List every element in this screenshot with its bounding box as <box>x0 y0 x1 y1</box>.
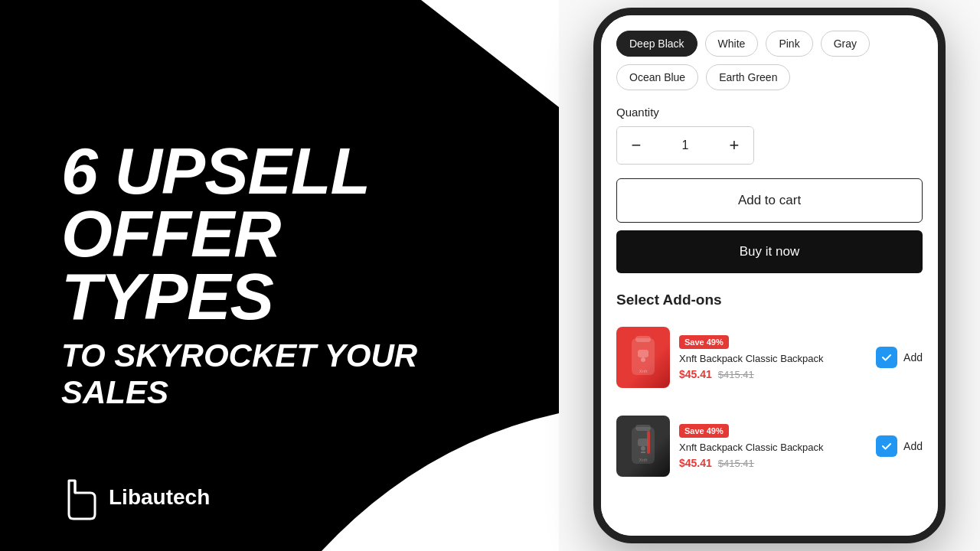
buy-now-button[interactable]: Buy it now <box>616 230 923 273</box>
addon-name-1: Xnft Backpack Classic Backpack <box>679 353 867 366</box>
left-panel: 6 UPSELL OFFER TYPES TO SKYROCKET YOUR S… <box>0 0 559 551</box>
addon-save-badge-1: Save 49% <box>679 335 729 349</box>
addon-right-2: Add <box>876 435 923 457</box>
color-deep-black[interactable]: Deep Black <box>616 31 697 57</box>
quantity-control: − 1 + <box>616 126 754 165</box>
svg-rect-11 <box>647 431 650 454</box>
svg-rect-8 <box>635 425 651 431</box>
quantity-label: Quantity <box>616 106 923 119</box>
svg-point-10 <box>641 446 645 451</box>
addon-add-label-1: Add <box>903 351 923 364</box>
addon-prices-2: $45.41 $415.41 <box>679 457 867 469</box>
addon-img-container-2: Xnft <box>616 416 670 477</box>
addon-add-label-2: Add <box>903 440 923 452</box>
color-white[interactable]: White <box>705 31 759 57</box>
headline-line1: 6 UPSELL <box>61 140 498 203</box>
logo-text: Libautech <box>109 485 210 510</box>
libautech-logo-icon <box>61 474 100 520</box>
color-options: Deep Black White Pink Gray Ocean Blue Ea… <box>616 31 923 90</box>
addon-info-2: Save 49% Xnft Backpack Classic Backpack … <box>679 423 867 470</box>
headline-line2: OFFER TYPES <box>61 203 498 328</box>
phone-screen[interactable]: Deep Black White Pink Gray Ocean Blue Ea… <box>601 15 938 536</box>
addon-price-new-2: $45.41 <box>679 457 712 469</box>
left-content: 6 UPSELL OFFER TYPES TO SKYROCKET YOUR S… <box>0 0 559 551</box>
addon-prices-1: $45.41 $415.41 <box>679 368 867 380</box>
addon-price-new-1: $45.41 <box>679 368 712 380</box>
addon-price-old-1: $415.41 <box>718 369 754 380</box>
addon-right-1: Add <box>876 347 923 368</box>
svg-text:Xnft: Xnft <box>639 458 648 462</box>
addon-checkbox-2[interactable] <box>876 435 897 457</box>
addons-title: Select Add-ons <box>616 292 923 308</box>
svg-rect-9 <box>638 439 648 446</box>
logo-area: Libautech <box>61 474 210 520</box>
addon-image-1: Xnft <box>616 327 670 388</box>
addon-name-2: Xnft Backpack Classic Backpack <box>679 442 867 455</box>
quantity-decrease-button[interactable]: − <box>617 127 655 164</box>
subheadline: TO SKYROCKET YOUR SALES <box>61 337 498 411</box>
color-earth-green[interactable]: Earth Green <box>706 64 790 90</box>
addon-price-old-2: $415.41 <box>718 458 754 469</box>
headline: 6 UPSELL OFFER TYPES <box>61 140 498 328</box>
addon-item-2: Xnft Save 49% Xnft Backpack Classic Back… <box>616 409 923 483</box>
svg-rect-3 <box>635 336 651 342</box>
addon-save-badge-2: Save 49% <box>679 424 729 438</box>
quantity-value: 1 <box>655 139 715 152</box>
addon-image-2: Xnft <box>616 416 670 477</box>
add-to-cart-button[interactable]: Add to cart <box>616 178 923 223</box>
addon-checkbox-1[interactable] <box>876 347 897 368</box>
addon-img-container-1: Xnft <box>616 327 670 388</box>
quantity-increase-button[interactable]: + <box>715 127 753 164</box>
svg-text:Xnft: Xnft <box>639 369 648 373</box>
addon-info-1: Save 49% Xnft Backpack Classic Backpack … <box>679 334 867 381</box>
svg-rect-4 <box>638 350 648 357</box>
phone-mockup: Deep Black White Pink Gray Ocean Blue Ea… <box>593 8 946 543</box>
color-gray[interactable]: Gray <box>821 31 870 57</box>
color-pink[interactable]: Pink <box>766 31 812 57</box>
svg-point-5 <box>641 357 645 362</box>
right-panel: Deep Black White Pink Gray Ocean Blue Ea… <box>559 0 980 551</box>
color-ocean-blue[interactable]: Ocean Blue <box>616 64 698 90</box>
addon-item-1: Xnft Save 49% Xnft Backpack Classic Back… <box>616 321 923 394</box>
